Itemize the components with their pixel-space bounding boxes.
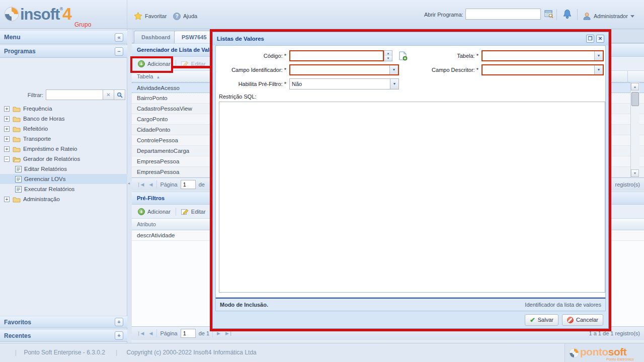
sidebar-item-gerenciar-lovs[interactable]: Gerenciar LOVs — [0, 174, 127, 184]
spin-down-icon[interactable]: ▼ — [384, 56, 392, 61]
notifications-button[interactable] — [561, 8, 573, 20]
expand-favoritos-icon[interactable]: + — [115, 318, 123, 326]
prev-page-icon[interactable]: ◀ — [148, 331, 153, 336]
cancelar-button[interactable]: Cancelar — [562, 314, 603, 326]
logo-text: insoft®4 — [20, 4, 71, 24]
folder-icon — [13, 116, 21, 122]
restricao-sql-textarea[interactable] — [219, 102, 605, 293]
maximize-icon[interactable]: ❐ — [586, 35, 594, 43]
filter-row: Filtrar: ✕ — [0, 88, 127, 102]
dialog-status-bar: Modo de Inclusão. Identificador da lista… — [215, 298, 606, 311]
chevron-down-icon[interactable]: ▼ — [390, 79, 398, 89]
user-menu[interactable]: Administrador — [583, 11, 634, 21]
search-icon[interactable] — [114, 89, 125, 100]
scroll-down-icon[interactable]: ▼ — [631, 169, 639, 177]
ajuda-button[interactable]: ? Ajuda — [173, 11, 197, 21]
clear-filter-icon[interactable]: ✕ — [103, 89, 114, 100]
editar-button[interactable]: Editar — [179, 59, 208, 69]
favoritar-label: Favoritar — [145, 13, 167, 19]
page-input[interactable] — [181, 180, 196, 189]
campo-descritor-combo[interactable]: ▼ — [481, 64, 604, 75]
column-divider — [627, 71, 628, 82]
sidebar-item-gerador-de-relatorios[interactable]: − Gerador de Relatórios — [0, 154, 127, 164]
folder-icon — [13, 106, 21, 112]
chevron-down-icon[interactable]: ▼ — [594, 51, 603, 60]
footer-separator: ❘ — [114, 349, 119, 356]
tab-psw7645[interactable]: PSW7645 — [174, 31, 214, 43]
expand-icon[interactable]: + — [4, 116, 10, 122]
page-of-label: de — [199, 182, 205, 188]
collapse-sidebar-button[interactable]: « — [115, 33, 123, 42]
restricao-sql-label: Restrição SQL: — [219, 94, 257, 100]
chevron-down-icon[interactable]: ▼ — [594, 65, 603, 74]
collapse-programas-icon[interactable]: − — [115, 47, 123, 56]
salvar-button[interactable]: ✔ Salvar — [525, 314, 558, 326]
close-icon[interactable]: ✕ — [596, 35, 604, 43]
sidebar-item-frequencia[interactable]: + Frequência — [0, 104, 127, 114]
menu-header: Menu « — [0, 30, 127, 44]
adicionar-button[interactable]: + Adicionar — [136, 59, 173, 69]
favoritos-header[interactable]: Favoritos + — [0, 316, 127, 328]
dialog-window: Listas de Valores ❐ ✕ Código: * ▲▼ — [212, 32, 609, 329]
star-icon — [134, 12, 142, 20]
add-icon: + — [138, 208, 145, 215]
expand-icon[interactable]: + — [4, 106, 10, 112]
scrollbar-thumb[interactable] — [631, 92, 639, 106]
sidebar-item-executar-relatorios[interactable]: Executar Relatórios — [0, 184, 127, 194]
ajuda-label: Ajuda — [183, 13, 197, 19]
editar-label: Editar — [191, 209, 206, 215]
abrir-programa-input[interactable] — [465, 9, 541, 20]
expand-icon[interactable]: + — [4, 136, 10, 142]
sidebar-item-administracao[interactable]: + Administração — [0, 194, 127, 204]
codigo-input[interactable] — [289, 50, 384, 61]
recentes-header[interactable]: Recentes + — [0, 329, 127, 342]
help-icon: ? — [173, 13, 181, 20]
programas-header[interactable]: Programas − — [0, 45, 127, 58]
folder-icon — [13, 146, 21, 152]
page-of-label: de 1 — [199, 330, 209, 336]
open-program-button[interactable] — [543, 9, 554, 20]
report-icon — [15, 186, 22, 193]
application-window: insoft®4 Grupo Favoritar ? Ajuda Abrir P… — [0, 0, 644, 362]
folder-icon — [13, 196, 21, 203]
toolbar-separator — [176, 208, 176, 216]
tabela-combo[interactable]: ▼ — [481, 50, 604, 61]
sidebar-item-refeitorio[interactable]: + Refeitório — [0, 124, 127, 134]
copyright-text: Copyright (c) 2000-2022 Insoft4 Informát… — [127, 349, 257, 356]
splitter-collapse-icon[interactable]: ◂ — [128, 181, 130, 186]
toolbar-separator — [577, 9, 578, 20]
campo-identificador-combo[interactable]: ▼ — [289, 64, 399, 75]
sidebar-item-emprestimo-e-rateio[interactable]: + Empréstimo e Rateio — [0, 144, 127, 154]
adicionar-label: Adicionar — [147, 61, 171, 67]
prefiltros-adicionar-button[interactable]: + Adicionar — [136, 207, 173, 217]
filter-input[interactable] — [46, 89, 103, 100]
dialog-titlebar[interactable]: Listas de Valores ❐ ✕ — [213, 32, 608, 45]
codigo-spinner[interactable]: ▲▼ — [384, 50, 392, 61]
mode-status-text: Modo de Inclusão. — [220, 302, 525, 308]
spin-up-icon[interactable]: ▲ — [384, 50, 392, 56]
expand-icon[interactable]: + — [4, 197, 10, 202]
pontosoft-logo-icon — [569, 348, 579, 358]
collapse-icon[interactable]: − — [4, 156, 10, 162]
tab-dashboard[interactable]: Dashboard — [134, 31, 178, 43]
sidebar-item-transporte[interactable]: + Transporte — [0, 134, 127, 144]
first-page-icon[interactable]: ❘◀ — [136, 182, 145, 187]
folder-icon — [13, 136, 21, 142]
habilita-prefiltro-combo[interactable]: Não▼ — [289, 78, 399, 89]
page-input[interactable] — [181, 329, 196, 338]
expand-icon[interactable]: + — [4, 126, 10, 132]
first-page-icon[interactable]: ❘◀ — [136, 331, 145, 336]
favoritar-button[interactable]: Favoritar — [134, 11, 167, 21]
prev-page-icon[interactable]: ◀ — [148, 182, 153, 187]
campo-descritor-value — [482, 65, 594, 74]
sidebar-item-banco-de-horas[interactable]: + Banco de Horas — [0, 114, 127, 124]
last-page-icon[interactable]: ▶❘ — [224, 331, 233, 336]
scroll-up-icon[interactable]: ▲ — [631, 83, 639, 90]
next-page-icon[interactable]: ▶ — [216, 331, 221, 336]
sidebar-item-editar-relatorios[interactable]: Editar Relatórios — [0, 164, 127, 174]
prefiltros-editar-button[interactable]: Editar — [179, 207, 208, 217]
sidebar-splitter[interactable]: ◂ — [127, 29, 132, 343]
expand-recentes-icon[interactable]: + — [115, 331, 123, 340]
report-icon — [15, 176, 22, 183]
expand-icon[interactable]: + — [4, 146, 10, 152]
